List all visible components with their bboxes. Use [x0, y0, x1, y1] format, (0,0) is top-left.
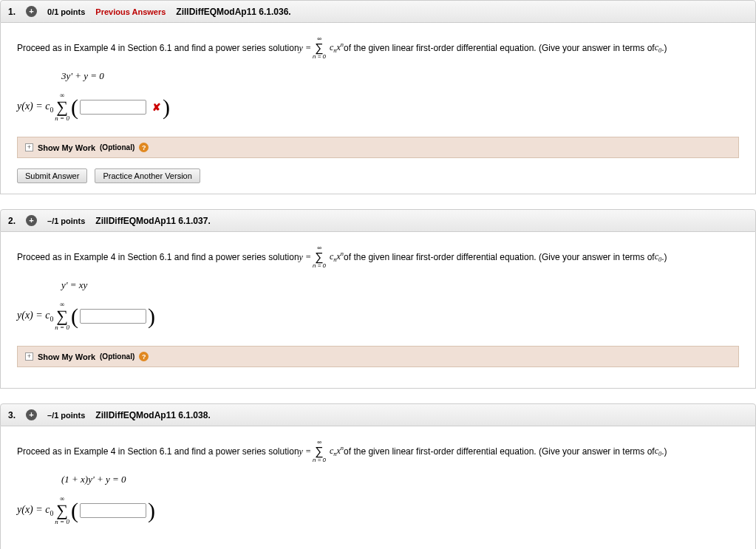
show-work-optional: (Optional) [100, 143, 134, 151]
right-paren-icon: ) [148, 499, 155, 522]
prompt-text-pre: Proceed as in Example 4 in Section 6.1 a… [17, 252, 299, 262]
submit-answer-button[interactable]: Submit Answer [17, 168, 87, 183]
answer-prefix: y(x) = c0 [17, 310, 53, 323]
question-3: 3. + –/1 points ZillDiffEQModAp11 6.1.03… [0, 403, 756, 549]
question-number: 3. [8, 410, 16, 420]
prompt-text-pre: Proceed as in Example 4 in Section 6.1 a… [17, 43, 299, 53]
incorrect-icon: ✘ [152, 101, 161, 114]
prompt-eq-lhs: y = [299, 43, 311, 54]
prompt-sum-term: cnxn [327, 445, 344, 457]
source-reference: ZillDiffEQModAp11 6.1.038. [95, 410, 210, 420]
show-my-work-bar[interactable]: + Show My Work (Optional) ? [17, 137, 739, 158]
prompt-text-post: of the given linear first-order differen… [344, 43, 655, 53]
help-icon[interactable]: ? [139, 143, 149, 152]
expand-box-icon[interactable]: + [25, 352, 33, 361]
answer-prefix: y(x) = c0 [17, 504, 53, 517]
expand-icon[interactable]: + [26, 409, 37, 420]
help-icon[interactable]: ? [139, 352, 149, 361]
answer-line: y(x) = c0 ∞ ∑ n = 0 ( ✘ ) [17, 92, 739, 122]
prompt-c0: c0 [655, 251, 662, 263]
question-body: Proceed as in Example 4 in Section 6.1 a… [0, 426, 756, 549]
question-2: 2. + –/1 points ZillDiffEQModAp11 6.1.03… [0, 209, 756, 389]
previous-answers-link[interactable]: Previous Answers [95, 7, 166, 16]
prompt: Proceed as in Example 4 in Section 6.1 a… [17, 36, 739, 60]
prompt-eq-lhs: y = [299, 446, 311, 457]
right-paren-icon: ) [148, 305, 155, 327]
right-paren-icon: ) [163, 96, 170, 118]
prompt-c0: c0 [655, 446, 662, 457]
prompt-close: .) [661, 252, 667, 262]
sigma-icon: ∞ ∑ n = 0 [55, 92, 69, 122]
question-number: 2. [8, 216, 16, 226]
answer-line: y(x) = c0 ∞ ∑ n = 0 ( ) [17, 496, 739, 525]
points-label: –/1 points [47, 411, 85, 420]
expand-icon[interactable]: + [26, 6, 37, 17]
prompt: Proceed as in Example 4 in Section 6.1 a… [17, 440, 739, 463]
answer-input[interactable] [80, 309, 146, 324]
left-paren-icon: ( [71, 499, 78, 522]
prompt-close: .) [661, 446, 667, 457]
expand-box-icon[interactable]: + [25, 143, 33, 151]
prompt-sum-term: cnxn [327, 41, 344, 54]
answer-line: y(x) = c0 ∞ ∑ n = 0 ( ) [17, 301, 739, 331]
answer-input[interactable] [80, 100, 146, 115]
prompt-text-post: of the given linear first-order differen… [344, 252, 655, 262]
prompt-sum-term: cnxn [327, 250, 344, 263]
left-paren-icon: ( [71, 305, 78, 327]
sigma-icon: ∞ ∑ n = 0 [313, 245, 326, 269]
question-header: 3. + –/1 points ZillDiffEQModAp11 6.1.03… [0, 403, 756, 426]
show-my-work-bar[interactable]: + Show My Work (Optional) ? [17, 346, 739, 367]
points-label: –/1 points [47, 216, 85, 225]
prompt: Proceed as in Example 4 in Section 6.1 a… [17, 245, 739, 269]
answer-input[interactable] [80, 503, 146, 518]
question-header: 1. + 0/1 points Previous Answers ZillDif… [0, 0, 756, 23]
show-work-label: Show My Work [38, 352, 95, 361]
prompt-eq-lhs: y = [299, 252, 311, 263]
show-work-optional: (Optional) [100, 352, 134, 361]
points-label: 0/1 points [47, 7, 85, 16]
prompt-text-pre: Proceed as in Example 4 in Section 6.1 a… [17, 446, 299, 457]
source-reference: ZillDiffEQModAp11 6.1.036. [176, 7, 290, 17]
prompt-c0: c0 [655, 42, 662, 54]
prompt-text-post: of the given linear first-order differen… [344, 446, 655, 457]
sigma-icon: ∞ ∑ n = 0 [55, 496, 69, 525]
practice-another-button[interactable]: Practice Another Version [95, 168, 200, 183]
question-body: Proceed as in Example 4 in Section 6.1 a… [0, 232, 756, 389]
sigma-icon: ∞ ∑ n = 0 [55, 301, 69, 331]
left-paren-icon: ( [71, 96, 78, 118]
question-1: 1. + 0/1 points Previous Answers ZillDif… [0, 0, 756, 194]
answer-prefix: y(x) = c0 [17, 100, 53, 114]
prompt-close: .) [661, 43, 667, 53]
differential-equation: (1 + x)y' + y = 0 [61, 474, 739, 485]
source-reference: ZillDiffEQModAp11 6.1.037. [95, 216, 210, 226]
differential-equation: 3y' + y = 0 [61, 70, 739, 82]
differential-equation: y' = xy [61, 279, 739, 291]
sigma-icon: ∞ ∑ n = 0 [313, 36, 326, 60]
button-row: Submit Answer Practice Another Version [17, 168, 739, 183]
show-work-label: Show My Work [38, 143, 95, 152]
question-body: Proceed as in Example 4 in Section 6.1 a… [0, 23, 756, 194]
question-header: 2. + –/1 points ZillDiffEQModAp11 6.1.03… [0, 209, 756, 232]
expand-icon[interactable]: + [26, 215, 37, 226]
question-number: 1. [8, 7, 16, 17]
sigma-icon: ∞ ∑ n = 0 [313, 440, 326, 463]
